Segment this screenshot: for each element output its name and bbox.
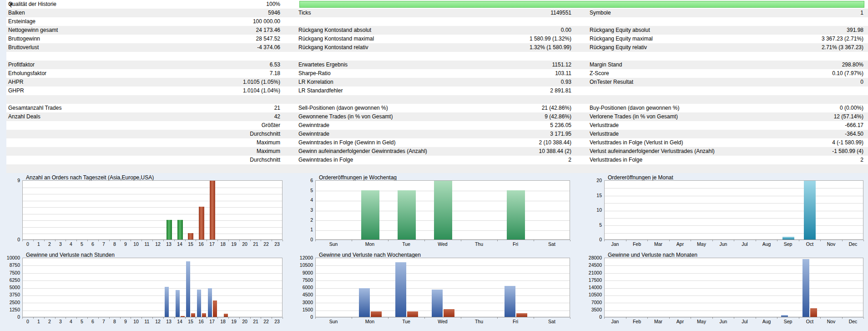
x-axis-tick	[283, 240, 283, 241]
bar	[197, 290, 201, 317]
stat-value: 4 (-1 580.99)	[832, 138, 863, 147]
stat-cell: Buy-Positionen (davon gewonnen %)0 (0.00…	[586, 104, 868, 112]
x-axis-label: Mar	[647, 319, 669, 324]
x-axis-label: 16	[196, 241, 207, 247]
stat-row: Balken5946Ticks1149551Symbole1	[6, 9, 868, 17]
gridline	[605, 303, 863, 303]
x-axis-label: Jan	[604, 319, 626, 324]
stat-label: Gewinntrade	[298, 130, 550, 138]
stat-label: Verlusttrades in Folge	[590, 156, 860, 164]
y-axis-label: 12000	[299, 255, 313, 260]
stat-label: Rückgang Equity maximal	[590, 35, 822, 43]
stat-label: Qualität der Historie	[8, 0, 266, 9]
y-axis-label: 4	[299, 197, 313, 203]
y-axis-label: 21000	[588, 270, 602, 275]
stat-cell: AHPR1.0105 (1.05%)	[6, 78, 291, 87]
x-axis-label: 0	[22, 319, 33, 324]
y-axis-label: 24500	[588, 262, 602, 268]
bar	[516, 313, 527, 317]
x-axis-label: Sun	[315, 319, 352, 324]
stat-value: 0 (0.00%)	[840, 104, 863, 112]
stat-value: 7.18	[270, 69, 280, 78]
stat-cell: Bruttoverlust-4 374.06	[6, 43, 291, 52]
y-axis-label: 5	[588, 222, 602, 228]
stat-cell: Verlorene Trades (in % von Gesamt)12 (57…	[586, 112, 868, 121]
stat-value: 2.71% (3 367.23)	[822, 43, 863, 52]
stat-label: Gewonnene Trades (in % von Gesamt)	[298, 112, 545, 121]
x-axis-label: 6	[87, 241, 98, 247]
gridline	[605, 280, 863, 281]
stat-label: Gewinntrade	[298, 121, 550, 130]
x-axis-label: Sun	[315, 241, 352, 247]
x-axis-label: Aug	[756, 241, 777, 247]
stat-cell: Sharpe-Ratio103.11	[291, 69, 586, 78]
stat-cell: OnTester Resultat0	[586, 78, 868, 87]
stat-cell: Qualität der Historie100%	[6, 0, 291, 9]
stat-cell: Verlust aufeinanderfolgender Verlusttrad…	[586, 147, 868, 156]
gridline	[605, 311, 863, 311]
stat-row: Profitfaktor6.53Erwartetes Ergebnis1151.…	[6, 61, 868, 69]
stat-row: DurchschnittGewinntrade3 171.95Verlusttr…	[6, 130, 868, 138]
gridline	[316, 295, 570, 296]
x-axis-label: 20	[239, 319, 250, 324]
bar	[176, 290, 180, 317]
x-axis-label: Jul	[734, 241, 756, 247]
stat-label: Z-Score	[590, 69, 832, 78]
bar	[165, 287, 169, 317]
x-axis-label: Apr	[669, 241, 691, 247]
gridline	[23, 201, 282, 201]
close-icon[interactable]: ✕	[8, 0, 14, 9]
y-axis-label: 2	[299, 217, 313, 223]
stat-label: Margin Stand	[590, 61, 842, 69]
stat-value: 103.11	[555, 69, 571, 78]
stat-cell	[291, 52, 586, 61]
stat-value: 100%	[266, 0, 280, 9]
stat-cell	[586, 17, 868, 26]
stat-label: Gesamtanzahl Trades	[8, 104, 274, 112]
y-axis-label: 0	[6, 314, 20, 320]
x-axis-label: Fri	[497, 241, 534, 247]
x-axis-label: 1	[33, 241, 44, 247]
x-axis-label: Aug	[756, 319, 777, 324]
stat-cell: Rückgang Kontostand maximal1 580.99 (1.3…	[291, 35, 586, 43]
y-axis-label: 6000	[299, 285, 313, 290]
stat-cell: Symbole1	[586, 9, 868, 17]
x-axis-label: 0	[22, 241, 33, 247]
chart-pnl-by-hour: Gewinne und Verluste nach Stunden1000087…	[6, 252, 292, 329]
stat-value: -666.17	[845, 121, 863, 130]
x-axis-label: 3	[55, 241, 66, 247]
y-axis-label: 3750	[6, 292, 20, 297]
stat-value: Durchschnitt	[250, 130, 280, 138]
gridline	[605, 203, 863, 204]
x-axis-label: 10	[131, 319, 141, 324]
stat-cell: Rückgang Kontostand relativ1.32% (1 580.…	[291, 43, 586, 52]
stat-label: Rückgang Kontostand relativ	[298, 43, 530, 52]
stat-row: Anzahl Deals42Gewonnene Trades (in % von…	[6, 112, 868, 121]
stat-value: Größter	[262, 121, 280, 130]
stat-row: MaximumGewinn aufeinanderfolgender Gewin…	[6, 147, 868, 156]
stat-value: 10 388.44 (2)	[539, 147, 571, 156]
bar	[208, 288, 212, 317]
gridline	[605, 211, 863, 211]
stat-value: 1149551	[550, 9, 571, 17]
bar	[361, 190, 379, 239]
x-axis-label: Oct	[799, 241, 821, 247]
x-axis-label: 2	[44, 319, 55, 324]
gridline	[605, 265, 863, 266]
stat-label: Verlorene Trades (in % von Gesamt)	[590, 112, 834, 121]
history-quality-progressbar	[299, 1, 864, 8]
x-axis-label: Apr	[669, 319, 691, 324]
gridline	[316, 280, 570, 281]
stat-value: 2 (10 388.44)	[539, 138, 571, 147]
stat-cell: Größter	[6, 121, 291, 130]
stat-value: 0.00	[561, 26, 571, 35]
bar	[202, 313, 206, 317]
stat-cell: GHPR1.0104 (1.04%)	[6, 87, 291, 95]
y-axis-label: 3000	[299, 300, 313, 305]
stat-cell: Erwartetes Ergebnis1151.12	[291, 61, 586, 69]
x-axis-label: 21	[250, 319, 261, 324]
bar	[804, 181, 816, 239]
bar	[407, 311, 418, 317]
stat-value: 1.0105 (1.05%)	[243, 78, 280, 87]
y-axis-label: 1250	[6, 307, 20, 312]
